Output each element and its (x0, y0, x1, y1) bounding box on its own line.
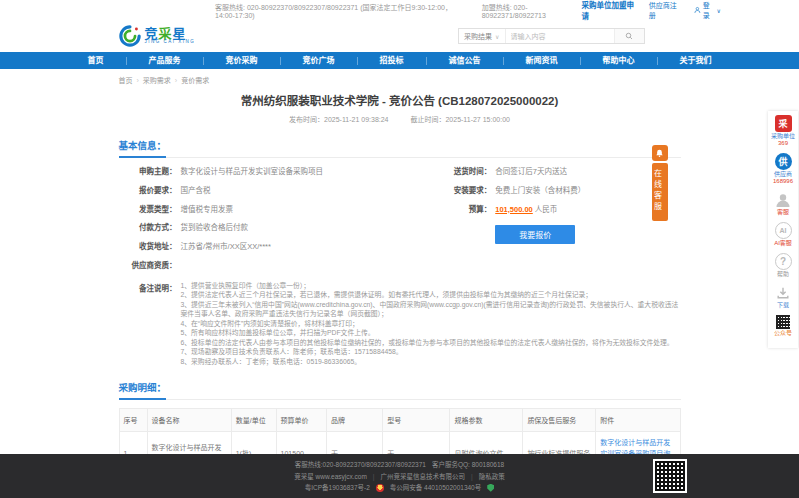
field-value (177, 261, 181, 271)
field-budget: 预算： 101,500.00 人民币 (433, 205, 680, 215)
footer-qq: 客户服务QQ: 800180618 (432, 459, 504, 471)
field-value: 免费上门安装（含材料费） (491, 186, 585, 196)
logo-subtext: JING CAI XING (145, 40, 196, 45)
site-logo[interactable]: 竞采星 JING CAI XING (119, 25, 196, 47)
rail-label: 下载 (768, 302, 798, 309)
nav-products[interactable]: 产品服务 (126, 57, 203, 65)
nav-home[interactable]: 首页 (66, 57, 126, 65)
field-label: 付款方式： (119, 223, 177, 233)
field-payment-method: 付款方式： 货到验收合格后付款 (119, 223, 434, 233)
deadline-time: 截止时间：2025-11-27 15:00:00 (410, 116, 509, 123)
breadcrumb-purchase-demand[interactable]: 采购需求 (143, 75, 171, 85)
footer-company: 广州竞采星信息技术有限公司 (381, 471, 466, 483)
footer-privacy-link[interactable]: 隐私政策 (479, 471, 505, 483)
breadcrumb-bidding-demand: 竞价需求 (181, 75, 209, 85)
search-category-select[interactable]: 采购结果 ∨ (459, 29, 505, 43)
hotlines: 客服热线: 020-80922370/80922307/80922371 (国家… (215, 2, 581, 19)
login-menu[interactable]: 登录 ∨ (694, 0, 721, 20)
rail-customer-service[interactable]: 客服 (768, 191, 798, 216)
rail-ai-service[interactable]: AI AI客服 (768, 222, 798, 247)
remarks-label: 备注说明： (119, 281, 177, 367)
field-label: 安装要求： (433, 186, 491, 196)
col-name: 设备名称 (147, 409, 231, 432)
breadcrumb-home[interactable]: 首页 (119, 75, 133, 85)
detail-title: 采购明细： (119, 380, 167, 400)
remark-line: 5、所有响应材料均加盖投标单位公章，并扫描为PDF文件上传。 (181, 328, 681, 338)
main-nav: 首页 产品服务 竞价采购 竞价广场 招投标 诚信公告 新闻资讯 帮助中心 关于我… (0, 52, 799, 69)
breadcrumb-separator: › (175, 77, 177, 84)
field-supplier-qualification: 供应商资质： (119, 261, 434, 271)
field-subject: 申购主题： 数字化设计与样品开发实训室设备采购项目 (119, 167, 434, 177)
field-label: 预算： (433, 205, 491, 215)
table-header-row: 序号 设备名称 数量/单位 预算单价 品牌 型号 规格参数 质保及售后服务 附件 (119, 409, 680, 432)
field-install-requirement: 安装要求： 免费上门安装（含材料费） (433, 186, 680, 196)
rail-download[interactable]: 下载 (768, 284, 798, 309)
field-value: 江苏省/常州市/XX区XX/**** (177, 242, 271, 252)
footer-icp: 粤ICP备19036837号-2 (305, 482, 370, 494)
breadcrumb: 首页 › 采购需求 › 竞价需求 (119, 69, 681, 89)
nav-about-us[interactable]: 关于我们 (657, 57, 734, 65)
basic-info-title: 基本信息： (119, 138, 167, 158)
nav-integrity-notices[interactable]: 诚信公告 (426, 57, 503, 65)
page-title: 常州纺织服装职业技术学院 - 竞价公告 (CB128072025000022) (119, 92, 681, 108)
col-qty: 数量/单位 (231, 409, 276, 432)
rail-label: 客服 (768, 209, 798, 216)
rail-label: 采购单位 (768, 133, 798, 140)
field-label: 送货时间： (433, 167, 491, 177)
remark-line: 6、投标单位的法定代表人由参与本项目的其他投标单位缴纳社保的，或投标单位为参与本… (181, 338, 681, 348)
footer-site-link[interactable]: 竞采星 www.easyjcx.com (294, 471, 367, 483)
rail-supplier[interactable]: 供 供应商 168996 (768, 153, 798, 185)
nav-news[interactable]: 新闻资讯 (503, 57, 580, 65)
logo-swirl-icon (119, 25, 141, 47)
online-service-widget: 在线客服 (651, 145, 668, 221)
rail-help[interactable]: ? 帮助 (768, 253, 798, 278)
nav-tenders[interactable]: 招投标 (357, 57, 426, 65)
remarks-text: 1、提供营业执照复印件（加盖公章一份）； 2、提供法定代表人近三个月社保记录，若… (177, 281, 681, 367)
remark-line: 1、提供营业执照复印件（加盖公章一份）； (181, 281, 681, 291)
col-brand: 品牌 (327, 409, 383, 432)
col-attachment: 附件 (596, 409, 680, 432)
site-header: 竞采星 JING CAI XING 采购结果 ∨ (119, 20, 681, 52)
field-label: 收货地址： (119, 242, 177, 252)
field-label: 发票类型： (119, 205, 177, 215)
col-service: 质保及售后服务 (523, 409, 596, 432)
rail-wechat-official[interactable]: 公众号 (768, 315, 798, 337)
nav-bidding-plaza[interactable]: 竞价广场 (280, 57, 357, 65)
ai-headset-icon: AI (775, 222, 792, 239)
remark-line: 7、现场勘察及项目技术负责联系人：陈老师；联系电话：15715884458。 (181, 347, 681, 357)
rail-label: 公众号 (768, 330, 798, 337)
nav-bidding-purchase[interactable]: 竞价采购 (203, 57, 280, 65)
field-remarks: 备注说明： 1、提供营业执照复印件（加盖公章一份）； 2、提供法定代表人近三个月… (119, 281, 681, 367)
remark-line: 4、在“响应文件附件”内须如实清楚报价，将材料盖章打印； (181, 319, 681, 329)
search-input[interactable] (506, 29, 614, 43)
field-quote-requirement: 报价要求： 国产含税 (119, 186, 434, 196)
field-label: 供应商资质： (119, 261, 177, 271)
chevron-down-icon: ∨ (717, 7, 721, 14)
chevron-down-icon: ∨ (495, 33, 499, 40)
quote-button[interactable]: 我要报价 (495, 225, 575, 244)
field-label: 报价要求： (119, 186, 177, 196)
notice-dates: 发布时间：2025-11-21 09:38:24 截止时间：2025-11-27… (119, 114, 681, 124)
field-value: 数字化设计与样品开发实训室设备采购项目 (177, 167, 324, 177)
field-value: 增值税专用发票 (177, 205, 234, 215)
qrcode-icon (776, 315, 790, 329)
rail-purchaser[interactable]: 采 采购单位 369 (768, 115, 798, 147)
online-service-tab[interactable]: 在线客服 (652, 163, 668, 221)
search-category-value: 采购结果 (464, 31, 492, 41)
nav-help-center[interactable]: 帮助中心 (580, 57, 657, 65)
purchaser-apply-link[interactable]: 采购单位加盟申请 (581, 0, 634, 21)
search-button[interactable] (614, 29, 644, 43)
budget-amount: 101,500.00 (495, 205, 533, 214)
top-utility-bar: 客服热线: 020-80922370/80922307/80922371 (国家… (0, 0, 799, 20)
bell-icon[interactable] (652, 145, 668, 161)
field-value: 国产含税 (177, 186, 211, 196)
field-value: 货到验收合格后付款 (177, 223, 249, 233)
footer-divider: | (471, 471, 473, 483)
supplier-register-link[interactable]: 供应商注册 (649, 0, 680, 20)
col-spec: 规格参数 (450, 409, 523, 432)
col-model: 型号 (383, 409, 450, 432)
remark-line: 8、采购经办联系人：丁老师；联系电话：0519-86336065。 (181, 357, 681, 367)
join-hotline: 加盟热线: 020-80922371/80922713 (482, 2, 582, 19)
floating-rail: 采 采购单位 369 供 供应商 168996 客服 AI AI客服 ? 帮助 … (768, 111, 798, 348)
rail-label: 帮助 (768, 271, 798, 278)
